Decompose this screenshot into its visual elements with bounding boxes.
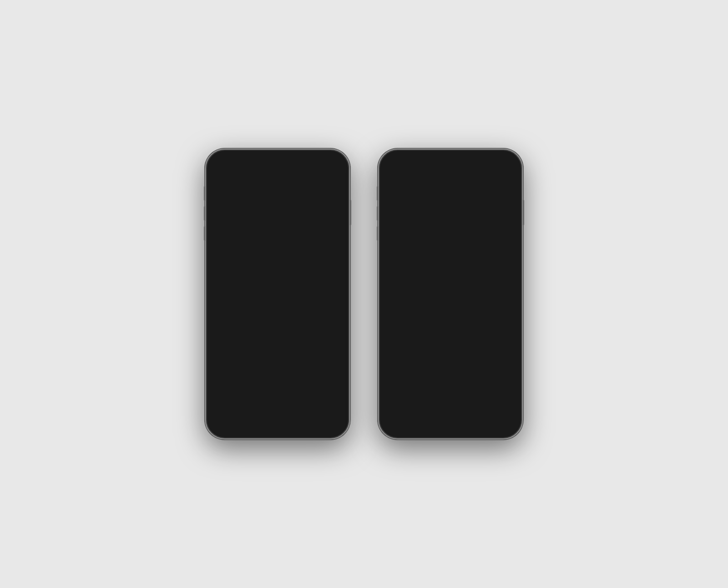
key-row-1: q w e r t y u i o p [208,334,347,351]
globe-icon-1[interactable]: 🌐 [273,419,283,429]
autofill-dots-1 [212,322,263,325]
key-u[interactable]: u [293,334,305,351]
chooser-password-item[interactable]: for spotify.com — 1Password [384,341,516,362]
key-g[interactable]: g [271,354,283,371]
status-time-2: 11:08 [388,157,403,164]
trouble-text-2: Having trouble logging in? Get help here… [390,302,511,308]
battery-icon-1 [330,158,340,163]
back-button-2[interactable]: < [386,169,392,180]
phone-screen-2: 11:08 ▲ < Log in Email or [379,150,522,438]
key-o[interactable]: o [321,334,333,351]
nav-bar-1: < Log in [206,168,349,182]
key-numbers[interactable]: 123 [208,394,233,411]
key-c[interactable]: c [257,374,269,391]
key-row-4: 123 space @ . Next [208,394,347,411]
password-input-2[interactable] [390,243,511,263]
keyboard-1: for spotify.com — 1Password 🔑 q w e r t … [206,316,349,438]
email-input-1[interactable] [217,203,338,223]
status-icons-2: ▲ [485,157,513,163]
key-j[interactable]: j [300,354,312,371]
key-k[interactable]: k [314,354,326,371]
nav-bar-2: < Log in [379,168,522,182]
keyboard-rows-1: q w e r t y u i o p a s d f g [206,331,349,416]
key-b[interactable]: b [286,374,298,391]
onepassword-icon-1[interactable]: ⓪ [324,247,333,258]
login-button-1[interactable]: LOG IN [217,274,338,294]
password-label-1: Password [217,231,338,239]
signal-bars-2 [485,158,494,163]
key-row-2: a s d f g h j k l [208,354,347,371]
key-q[interactable]: q [208,334,220,351]
notch-2 [423,150,478,162]
key-delete[interactable]: ⌫ [329,374,347,391]
key-r[interactable]: r [250,334,263,351]
back-button-1[interactable]: < [213,169,219,180]
notch-1 [250,150,305,162]
login-form-2: Email or username Password ⓪ LOG IN Havi… [379,182,522,317]
chooser-cancel-button[interactable]: Cancel [384,408,516,429]
password-field-wrapper-1: ⓪ [217,243,338,263]
battery-icon-2 [503,158,513,163]
key-v[interactable]: v [271,374,283,391]
key-i[interactable]: i [307,334,319,351]
wifi-icon-2: ▲ [496,157,501,163]
wifi-icon-1: ▲ [323,157,328,163]
status-time-1: 11:07 [215,157,230,164]
login-form-1: Email or username Password ⓪ LOG IN Havi… [206,182,349,317]
key-icon-1: 🔑 [334,319,344,328]
page-title-2: Log in [439,170,462,179]
chooser-password-dots [392,346,509,350]
email-label-1: Email or username [217,192,338,199]
key-x[interactable]: x [243,374,255,391]
chooser-icloud-option[interactable]: iCloud Keychain... [384,384,516,405]
key-space[interactable]: space [234,394,284,411]
chooser-1password-option[interactable]: 1Password... [384,362,516,384]
autofill-bar-1[interactable]: for spotify.com — 1Password 🔑 [206,316,349,331]
onepassword-icon-2[interactable]: ⓪ [497,247,506,258]
password-field-wrapper-2: ⓪ [390,243,511,263]
key-s[interactable]: s [228,354,241,371]
key-m[interactable]: m [314,374,327,391]
key-next[interactable]: Next [323,394,347,411]
key-l[interactable]: l [329,354,341,371]
key-e[interactable]: e [236,334,248,351]
chooser-title: Choose a saved password to use [384,325,516,341]
key-p[interactable]: p [335,334,347,351]
key-a[interactable]: a [214,354,227,371]
key-h[interactable]: h [286,354,298,371]
key-y[interactable]: y [278,334,291,351]
key-at[interactable]: @ [286,394,302,411]
password-input-1[interactable] [217,243,338,263]
key-d[interactable]: d [243,354,255,371]
trouble-text-1: Having trouble logging in? Get help here… [217,302,338,308]
phone-2: 11:08 ▲ < Log in Email or [378,148,523,440]
key-n[interactable]: n [300,374,312,391]
email-label-2: Email or username [390,192,511,199]
page-title-1: Log in [266,170,289,179]
key-period[interactable]: . [304,394,320,411]
password-label-2: Password [390,231,511,239]
key-t[interactable]: t [264,334,277,351]
phone-1: 11:07 ▲ < Log in Email or [205,148,350,440]
autofill-text-1: for spotify.com — 1Password [266,321,331,326]
bottom-bar-1: 🌐 [206,416,349,434]
email-input-2[interactable] [390,203,511,223]
signal-bars-1 [313,158,321,163]
home-indicator-2 [428,432,473,434]
home-indicator-1 [255,435,300,436]
status-icons-1: ▲ [313,157,340,163]
key-w[interactable]: w [222,334,234,351]
key-z[interactable]: z [228,374,241,391]
chooser-body: Choose a saved password to use for spoti… [384,325,516,405]
password-chooser: Choose a saved password to use for spoti… [384,325,516,429]
key-row-3: ⇧ z x c v b n m ⌫ [208,374,347,391]
key-f[interactable]: f [257,354,269,371]
chooser-source: for spotify.com — 1Password [392,351,509,356]
key-shift[interactable]: ⇧ [208,374,227,391]
phone-screen-1: 11:07 ▲ < Log in Email or [206,150,349,438]
login-button-2[interactable]: LOG IN [390,274,511,294]
